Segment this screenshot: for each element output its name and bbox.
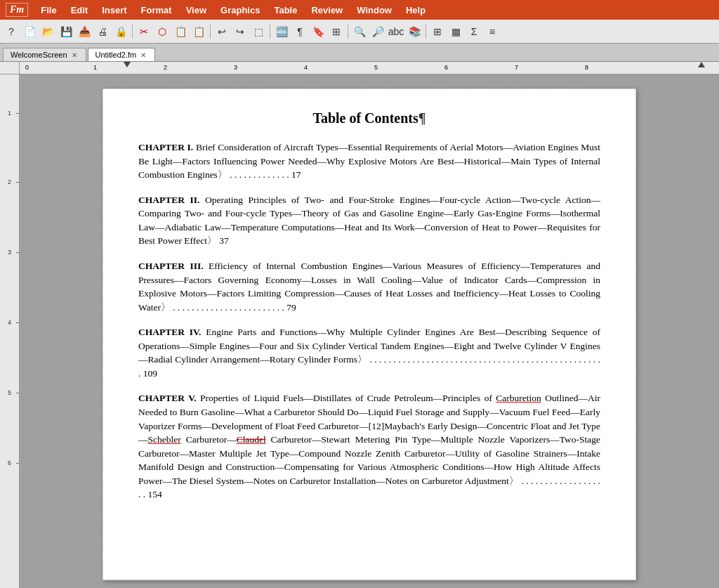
horizontal-ruler-container: 0 1 2 3 4 5 6 7 8 bbox=[0, 62, 719, 74]
table2-btn[interactable]: ▦ bbox=[447, 23, 464, 40]
ruler-tab-marker-2 bbox=[698, 62, 705, 67]
indicator-cards: Indicator Cards bbox=[464, 275, 527, 285]
conversion-of-heat: Conversion of Heat to Power bbox=[424, 222, 537, 233]
help-button[interactable]: ? bbox=[3, 23, 20, 40]
sum-btn[interactable]: Σ bbox=[466, 23, 482, 40]
menu-insert[interactable]: Insert bbox=[96, 4, 132, 17]
ruler-line-4 bbox=[16, 322, 19, 323]
sep3 bbox=[270, 25, 270, 39]
menu-table[interactable]: Table bbox=[268, 4, 303, 17]
char-catalog-button[interactable]: 🔤 bbox=[273, 23, 290, 40]
menu-review[interactable]: Review bbox=[305, 4, 348, 17]
ruler-6: 6 bbox=[444, 64, 448, 71]
menu-graphics[interactable]: Graphics bbox=[215, 4, 265, 17]
chapter-3-entry: CHAPTER III. Efficiency of Internal Comb… bbox=[138, 259, 600, 314]
pilcrow: ¶ bbox=[418, 110, 426, 126]
chapter-4-entry: CHAPTER IV. Engine Parts and Functions—W… bbox=[138, 325, 600, 380]
tab-bar: WelcomeScreen ✕ Untitled2.fm ✕ bbox=[0, 44, 719, 62]
import-button[interactable]: 📥 bbox=[76, 23, 93, 40]
carbu-retion-underline: Carbu­retion bbox=[496, 393, 541, 403]
menu-bar: File Edit Insert Format View Graphics Ta… bbox=[35, 4, 431, 17]
ruler-canvas: 0 1 2 3 4 5 6 7 8 bbox=[20, 62, 719, 74]
open-button[interactable]: 📂 bbox=[39, 23, 56, 40]
title-bar: Fm File Edit Insert Format View Graphics… bbox=[0, 0, 719, 20]
ruler-0: 0 bbox=[25, 64, 29, 71]
chapter-5-content: Properties of Liquid Fuels—Distillates o… bbox=[138, 393, 600, 499]
cut-button[interactable]: ✂ bbox=[136, 23, 152, 40]
chapter-5-num: CHAPTER V. bbox=[138, 393, 200, 403]
sep2 bbox=[210, 25, 211, 39]
main-area: 1 2 3 4 5 6 Table of Contents¶ CHAPTER I… bbox=[0, 74, 719, 588]
ruler-tab-marker-1 bbox=[124, 62, 131, 67]
chapter-1-content: Brief Consideration of Aircraft Types—Es… bbox=[138, 142, 600, 180]
chapter-2-entry: CHAPTER II. Operating Principles of Two-… bbox=[138, 193, 600, 248]
ruler-4: 4 bbox=[304, 64, 308, 71]
toolbar: ? 📄 📂 💾 📥 🖨 🔒 ✂ ⬡ 📋 📋 ↩ ↪ ⬚ 🔤 ¶ 🔖 ⊞ 🔍 🔎 … bbox=[0, 20, 719, 44]
markers-button[interactable]: 🔖 bbox=[310, 23, 326, 40]
print-button[interactable]: 🖨 bbox=[94, 23, 111, 40]
wall-cooling: Wall Cooling bbox=[357, 275, 412, 285]
ruler-line-3 bbox=[16, 252, 19, 253]
chapter-5-entry: CHAPTER V. Properties of Liquid Fuels—Di… bbox=[138, 391, 600, 502]
table-btn[interactable]: ⊞ bbox=[429, 23, 446, 40]
menu-edit[interactable]: Edit bbox=[65, 4, 94, 17]
copy-button[interactable]: ⬡ bbox=[154, 23, 171, 40]
chapter-4-content: Engine Parts and Functions—Why Multiple … bbox=[138, 327, 600, 379]
menu-window[interactable]: Window bbox=[351, 4, 397, 17]
page: Table of Contents¶ CHAPTER I. Brief Cons… bbox=[103, 89, 636, 580]
save-button[interactable]: 💾 bbox=[58, 23, 74, 40]
horizontal-ruler: 0 1 2 3 4 5 6 7 8 bbox=[20, 62, 719, 74]
find-button[interactable]: 🔍 bbox=[351, 23, 368, 40]
lock-button[interactable]: 🔒 bbox=[112, 23, 129, 40]
tab-untitled2-close[interactable]: ✕ bbox=[139, 51, 147, 59]
ruler-1: 1 bbox=[93, 64, 97, 71]
spell-button[interactable]: abc bbox=[388, 23, 404, 40]
toc-title: Table of Contents¶ bbox=[138, 110, 600, 126]
ruler-corner bbox=[0, 62, 20, 74]
menu-help[interactable]: Help bbox=[400, 4, 431, 17]
ruler-line-1 bbox=[16, 113, 19, 114]
paste-button[interactable]: 📋 bbox=[172, 23, 189, 40]
tab-welcomescreen-label: WelcomeScreen bbox=[11, 51, 67, 59]
claudel-strikethrough: Claudel bbox=[237, 434, 266, 445]
thesaurus-button[interactable]: 📚 bbox=[406, 23, 423, 40]
tab-welcomescreen-close[interactable]: ✕ bbox=[70, 51, 79, 59]
menu-view[interactable]: View bbox=[180, 4, 212, 17]
vertical-ruler: 1 2 3 4 5 6 bbox=[0, 74, 20, 588]
chapter-4-num: CHAPTER IV. bbox=[138, 327, 206, 337]
menu-format[interactable]: Format bbox=[136, 4, 178, 17]
chapter-1-num: CHAPTER I. bbox=[138, 142, 196, 152]
tab-untitled2-label: Untitled2.fm bbox=[95, 51, 137, 59]
tab-untitled2[interactable]: Untitled2.fm ✕ bbox=[88, 48, 156, 61]
chapter-3-num: CHAPTER III. bbox=[138, 261, 209, 271]
ruler-line-6 bbox=[16, 463, 19, 464]
ruler-2: 2 bbox=[164, 64, 167, 71]
document-area[interactable]: Table of Contents¶ CHAPTER I. Brief Cons… bbox=[20, 74, 719, 588]
sep4 bbox=[348, 25, 348, 39]
new-button[interactable]: 📄 bbox=[21, 23, 38, 40]
grid-button[interactable]: ⊞ bbox=[328, 23, 345, 40]
chapter-1-entry: CHAPTER I. Brief Consideration of Aircra… bbox=[138, 141, 600, 182]
app-icon: Fm bbox=[6, 3, 28, 17]
ruler-3: 3 bbox=[234, 64, 237, 71]
ruler-line-2 bbox=[16, 182, 19, 183]
sep1 bbox=[132, 25, 133, 39]
redo-button[interactable]: ↪ bbox=[232, 23, 249, 40]
menu-file[interactable]: File bbox=[35, 4, 62, 17]
chapter-2-content: Operating Principles of Two- and Four-St… bbox=[138, 195, 600, 247]
para-catalog-button[interactable]: ¶ bbox=[291, 23, 308, 40]
ruler-5: 5 bbox=[374, 64, 378, 71]
align-btn[interactable]: ≡ bbox=[484, 23, 501, 40]
format-button[interactable]: ⬚ bbox=[250, 23, 267, 40]
clipboard-button[interactable]: 📋 bbox=[190, 23, 207, 40]
schebler-underline: Schebler bbox=[148, 434, 181, 445]
sep5 bbox=[426, 25, 426, 39]
undo-button[interactable]: ↩ bbox=[213, 23, 230, 40]
ruler-line-5 bbox=[16, 393, 19, 393]
find2-button[interactable]: 🔎 bbox=[369, 23, 386, 40]
ruler-7: 7 bbox=[515, 64, 518, 71]
tab-welcomescreen[interactable]: WelcomeScreen ✕ bbox=[3, 48, 86, 61]
chapter-2-num: CHAPTER II. bbox=[138, 195, 205, 205]
ruler-8: 8 bbox=[585, 64, 588, 71]
